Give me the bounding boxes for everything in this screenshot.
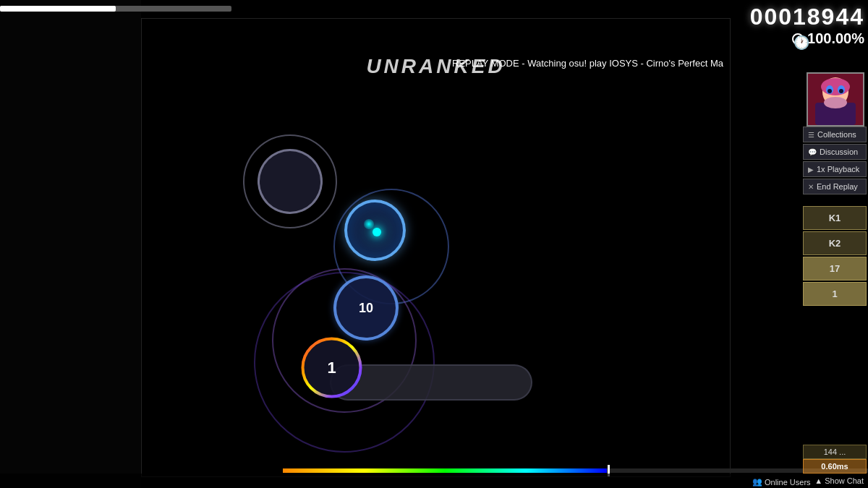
key-indicators: K1 K2 17 1: [803, 206, 868, 306]
svg-point-3: [821, 78, 850, 95]
accuracy-value: 100.00%: [807, 30, 864, 47]
top-progress-bar: [0, 6, 868, 12]
end-replay-button[interactable]: ✕ End Replay: [803, 179, 867, 194]
score-accuracy: 🕐 100.00%: [750, 30, 864, 47]
collections-icon: ☰: [808, 131, 814, 139]
score-mini-text: 144 ...: [803, 445, 867, 459]
bottom-bar: 👥 Online Users ▲ Show Chat: [0, 474, 868, 488]
playback-label: 1x Playback: [817, 165, 859, 174]
album-art: [807, 72, 864, 127]
replay-mode-text: REPLAY MODE - Watching osu! play IOSYS -…: [452, 58, 723, 69]
bottom-progress-bar[interactable]: [283, 468, 868, 473]
show-chat-button[interactable]: ▲ Show Chat: [810, 475, 868, 487]
progress-bar-background: [0, 6, 231, 12]
cyan-cursor-dot: [373, 228, 381, 236]
k1-count: 17: [803, 257, 867, 281]
circles-container: 10 1: [142, 19, 730, 476]
collections-button[interactable]: ☰ Collections: [803, 127, 867, 142]
show-chat-label: Show Chat: [825, 476, 864, 485]
clock-icon: 🕐: [792, 33, 804, 45]
end-replay-label: End Replay: [817, 182, 858, 191]
game-area: UNRANKED 10: [141, 18, 731, 477]
hit-circle-1-wrapper: 1: [301, 337, 362, 398]
svg-point-9: [824, 97, 847, 108]
cursor-trail: [364, 219, 374, 229]
k1-indicator: K1: [803, 206, 867, 230]
collections-label: Collections: [817, 130, 856, 139]
album-art-svg: [808, 74, 863, 125]
k2-count: 1: [803, 282, 867, 306]
hit-circle-1-inner: 1: [301, 337, 362, 398]
latency-text: 0.60ms: [803, 459, 867, 474]
score-number: 00018944: [750, 4, 864, 30]
right-panel: ☰ Collections 💬 Discussion ▶ 1x Playback…: [803, 127, 868, 194]
k2-indicator: K2: [803, 231, 867, 255]
album-art-inner: [808, 74, 863, 125]
progress-bar-fill: [0, 6, 116, 12]
hit-circle-gray: [258, 149, 323, 214]
playback-icon: ▶: [808, 166, 814, 174]
discussion-icon: 💬: [808, 148, 817, 156]
discussion-button[interactable]: 💬 Discussion: [803, 144, 867, 160]
hit-circle-10: 10: [333, 275, 399, 341]
chevron-up-icon: ▲: [814, 476, 822, 485]
circle-1-number: 1: [327, 359, 336, 377]
discussion-label: Discussion: [820, 147, 858, 156]
online-users-icon: 👥: [752, 477, 762, 487]
hit-circle-blue-active: [344, 200, 406, 261]
left-sidebar: [0, 0, 141, 488]
playback-button[interactable]: ▶ 1x Playback: [803, 161, 867, 177]
svg-point-7: [839, 89, 843, 93]
online-users-button[interactable]: 👥 Online Users: [752, 477, 811, 487]
online-users-label: Online Users: [765, 478, 811, 487]
end-replay-icon: ✕: [808, 183, 814, 191]
score-numbers: 144 ... 0.60ms: [803, 445, 868, 474]
circle-10-number: 10: [359, 301, 373, 316]
score-display: 00018944 🕐 100.00%: [750, 4, 864, 47]
bottom-progress-fill: [283, 468, 607, 473]
svg-point-6: [827, 89, 832, 93]
